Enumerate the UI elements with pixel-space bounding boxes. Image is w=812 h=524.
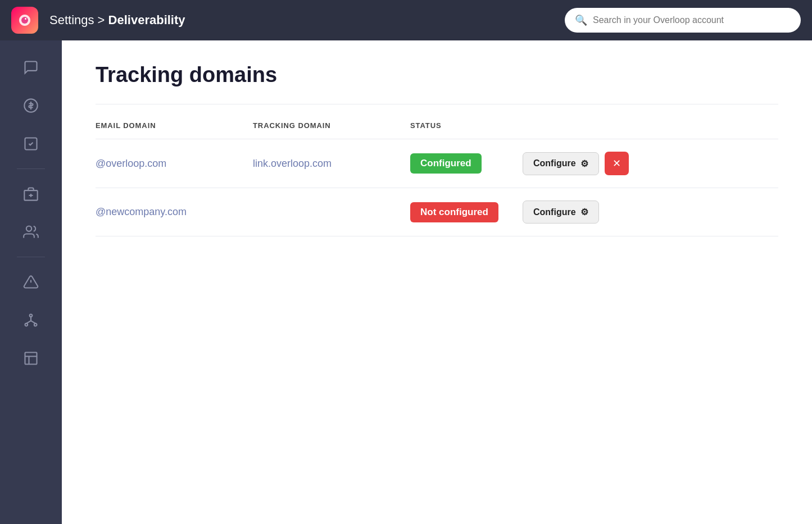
- search-bar[interactable]: 🔍: [565, 8, 801, 33]
- configure-button[interactable]: Configure ⚙: [523, 201, 599, 224]
- svg-point-10: [34, 323, 37, 326]
- col-header-tracking: TRACKING DOMAIN: [253, 121, 410, 139]
- app-logo[interactable]: [11, 7, 38, 34]
- configure-button[interactable]: Configure ⚙: [523, 152, 599, 175]
- gear-icon: ⚙: [580, 207, 588, 217]
- sidebar-item-integrations[interactable]: [12, 303, 50, 337]
- status-badge: Configured: [410, 153, 482, 174]
- col-header-status: STATUS: [410, 121, 523, 139]
- section-divider: [96, 104, 778, 104]
- delete-button[interactable]: ✕: [605, 152, 629, 175]
- sidebar-divider-1: [17, 168, 45, 169]
- sidebar-item-company[interactable]: [12, 177, 50, 211]
- domains-table: EMAIL DOMAIN TRACKING DOMAIN STATUS @ove…: [96, 121, 778, 236]
- svg-line-12: [26, 321, 31, 323]
- table-row: @newcompany.comNot configured Configure …: [96, 188, 778, 236]
- svg-line-13: [31, 321, 35, 323]
- table-row: @overloop.comlink.overloop.comConfigured…: [96, 139, 778, 188]
- main-layout: Tracking domains EMAIL DOMAIN TRACKING D…: [0, 40, 812, 524]
- search-input[interactable]: [593, 15, 791, 25]
- configure-label: Configure: [533, 158, 576, 168]
- breadcrumb: Settings > Deliverability: [49, 13, 554, 28]
- search-icon: 🔍: [575, 14, 587, 26]
- email-domain-cell: @overloop.com: [96, 158, 166, 169]
- page-title: Tracking domains: [96, 63, 778, 87]
- sidebar-divider-2: [17, 257, 45, 257]
- sidebar-item-analytics[interactable]: [12, 341, 50, 375]
- close-icon: ✕: [613, 157, 621, 170]
- svg-point-5: [26, 226, 31, 231]
- tracking-domain-cell: link.overloop.com: [253, 158, 332, 169]
- col-header-email: EMAIL DOMAIN: [96, 121, 253, 139]
- top-nav: Settings > Deliverability 🔍: [0, 0, 812, 40]
- gear-icon: ⚙: [580, 158, 588, 169]
- actions-cell: Configure ⚙ ✕: [523, 139, 778, 188]
- sidebar-item-chat[interactable]: [12, 51, 50, 84]
- actions-cell: Configure ⚙: [523, 188, 778, 236]
- sidebar-item-alerts[interactable]: [12, 265, 50, 299]
- email-domain-cell: @newcompany.com: [96, 206, 187, 217]
- sidebar-item-contacts[interactable]: [12, 215, 50, 249]
- sidebar-item-revenue[interactable]: [12, 89, 50, 122]
- main-content: Tracking domains EMAIL DOMAIN TRACKING D…: [62, 40, 812, 524]
- sidebar: [0, 40, 62, 524]
- svg-point-9: [25, 323, 28, 326]
- sidebar-item-tasks[interactable]: [12, 127, 50, 161]
- col-header-actions: [523, 121, 778, 139]
- status-badge: Not configured: [410, 202, 498, 222]
- configure-label: Configure: [533, 207, 576, 217]
- svg-rect-14: [25, 353, 37, 364]
- svg-point-8: [30, 315, 33, 317]
